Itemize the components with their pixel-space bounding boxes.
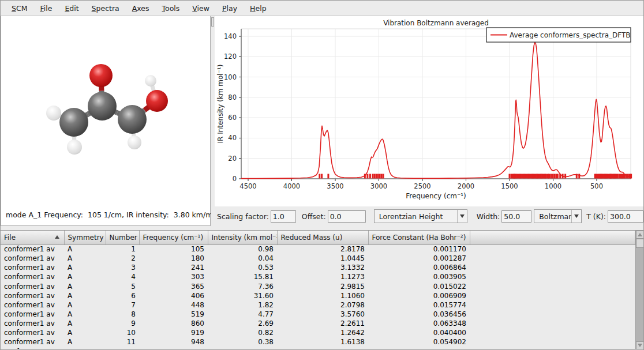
column-header-file[interactable]: File — [1, 231, 64, 244]
atom-h[interactable] — [145, 75, 156, 86]
y-axis-label: IR Intensity (km mol⁻¹) — [216, 64, 224, 143]
scroll-down-icon[interactable] — [636, 341, 643, 349]
mode-stick-marker — [552, 174, 553, 179]
svg-text:80: 80 — [228, 93, 237, 101]
table-scrollbar[interactable] — [635, 231, 643, 349]
temperature-input[interactable] — [608, 210, 643, 223]
menu-item-spectra[interactable]: Spectra — [85, 2, 126, 15]
table-row[interactable]: conformer1 avA119480.381.61380.054902 — [1, 337, 635, 347]
table-row[interactable]: conformer1 avA21800.041.04450.001287 — [1, 254, 635, 263]
svg-text:500: 500 — [590, 182, 603, 190]
ir-spectrum-chart[interactable]: 0204060801001201404500400035003000250020… — [215, 16, 643, 206]
menu-item-scm[interactable]: SCM — [5, 2, 33, 15]
column-header-symmetry[interactable]: Symmetry — [64, 231, 106, 244]
lineshape-dropdown[interactable]: Lorentzian Height — [374, 209, 467, 223]
weighting-dropdown[interactable]: Boltzmann — [534, 209, 582, 223]
atom-o[interactable] — [89, 64, 113, 87]
svg-text:100: 100 — [224, 73, 237, 81]
menu-item-axes[interactable]: Axes — [126, 2, 156, 15]
mode-stick-marker — [383, 174, 384, 179]
table-row[interactable]: conformer1 avA98602.692.26110.063348 — [1, 319, 635, 328]
mode-stick-marker — [578, 174, 580, 179]
mode-stick-marker — [373, 174, 375, 179]
modes-table-area: FileSymmetryNumberFrequency (cm⁻¹)Intens… — [1, 230, 643, 349]
table-row[interactable]: conformer1 avA85194.773.57600.036456 — [1, 310, 635, 319]
atom-c[interactable] — [118, 105, 147, 134]
mode-stick-marker — [377, 174, 379, 179]
table-row[interactable]: conformer1 avA74481.822.07980.015774 — [1, 300, 635, 310]
chevron-down-icon[interactable] — [571, 210, 581, 223]
mode-stick-marker — [509, 174, 511, 179]
atom-c[interactable] — [88, 92, 117, 121]
lineshape-value: Lorentzian Height — [375, 212, 457, 221]
menu-item-play[interactable]: Play — [216, 2, 244, 15]
svg-text:140: 140 — [224, 32, 237, 40]
column-header-intensity[interactable]: Intensity (km mol⁻¹) — [208, 231, 277, 244]
atom-h[interactable] — [128, 136, 141, 149]
atom-o[interactable] — [146, 90, 168, 112]
column-header-number[interactable]: Number — [106, 231, 139, 244]
menu-item-view[interactable]: View — [186, 2, 216, 15]
menu-item-file[interactable]: File — [33, 2, 58, 15]
spectrum-panel: 0204060801001201404500400035003000250020… — [215, 16, 643, 226]
scaling-factor-input[interactable] — [271, 210, 296, 223]
svg-text:1000: 1000 — [545, 182, 561, 190]
mode-stick-marker — [553, 174, 555, 179]
table-row[interactable]: conformer1 avA12104513.931.48880.061518 — [1, 347, 635, 349]
offset-label: Offset: — [302, 212, 326, 221]
table-row[interactable]: conformer1 avA32410.533.13320.006864 — [1, 263, 635, 272]
chevron-down-icon[interactable] — [457, 210, 467, 223]
svg-text:40: 40 — [228, 134, 237, 142]
mode-stick-marker — [366, 174, 368, 179]
atom-h[interactable] — [46, 106, 61, 121]
splitter-handle-icon[interactable] — [211, 17, 214, 27]
mode-stick-marker — [617, 174, 619, 179]
mode-stick-marker — [379, 174, 381, 179]
mode-stick-marker — [327, 174, 329, 179]
mode-stick-marker — [550, 174, 552, 179]
svg-text:3000: 3000 — [370, 182, 387, 190]
offset-input[interactable] — [328, 210, 366, 223]
column-header-reduced-mass[interactable]: Reduced Mass (u) — [277, 231, 368, 244]
svg-text:1500: 1500 — [501, 182, 518, 190]
table-row[interactable]: conformer1 avA430315.811.12730.003905 — [1, 272, 635, 281]
mode-status-text: mode A_1 Frequency: 105 1/cm, IR intensi… — [1, 205, 210, 225]
chart-title: Vibration Boltzmann averaged — [383, 19, 489, 27]
svg-text:20: 20 — [228, 155, 237, 163]
svg-text:4000: 4000 — [283, 182, 300, 190]
horizontal-splitter[interactable] — [1, 226, 643, 230]
svg-text:3500: 3500 — [327, 182, 343, 190]
column-header-filler — [470, 231, 635, 244]
table-row[interactable]: conformer1 avA640631.601.10600.006909 — [1, 291, 635, 300]
scroll-up-icon[interactable] — [636, 231, 643, 239]
vertical-splitter[interactable] — [211, 16, 215, 226]
atom-h[interactable] — [67, 140, 82, 155]
mode-stick-marker — [319, 174, 320, 179]
width-input[interactable] — [501, 210, 531, 223]
column-header-force-constant[interactable]: Force Constant (Ha Bohr⁻²) — [368, 231, 470, 244]
svg-text:2500: 2500 — [414, 182, 430, 190]
scrollbar-thumb[interactable] — [636, 239, 643, 248]
table-row[interactable]: conformer1 avA11050.982.81780.001170 — [1, 244, 635, 254]
table-row[interactable]: conformer1 avA109190.821.26420.040400 — [1, 328, 635, 337]
scaling-factor-label: Scaling factor: — [217, 212, 269, 221]
mode-stick-marker — [375, 174, 377, 179]
svg-text:0: 0 — [233, 175, 237, 183]
menu-item-edit[interactable]: Edit — [58, 2, 85, 15]
mode-stick-marker — [372, 174, 373, 179]
table-row[interactable]: conformer1 avA53657.362.98150.015022 — [1, 282, 635, 291]
menu-item-help[interactable]: Help — [244, 2, 273, 15]
modes-table: FileSymmetryNumberFrequency (cm⁻¹)Intens… — [1, 231, 635, 349]
mode-stick-marker — [557, 174, 559, 179]
mode-stick-marker — [564, 174, 566, 179]
mode-stick-marker — [369, 174, 371, 179]
column-header-frequency[interactable]: Frequency (cm⁻¹) — [139, 231, 208, 244]
molecule-3d-view[interactable] — [1, 16, 210, 205]
menu-item-tools[interactable]: Tools — [156, 2, 186, 15]
atom-c[interactable] — [59, 108, 88, 137]
mode-stick-marker — [381, 174, 383, 179]
spectrum-controls: Scaling factor: Offset: Lorentzian Heigh… — [215, 206, 643, 226]
app-window: SCMFileEditSpectraAxesToolsViewPlayHelp … — [0, 0, 644, 350]
main-content: mode A_1 Frequency: 105 1/cm, IR intensi… — [1, 16, 643, 226]
svg-text:2000: 2000 — [458, 182, 474, 190]
